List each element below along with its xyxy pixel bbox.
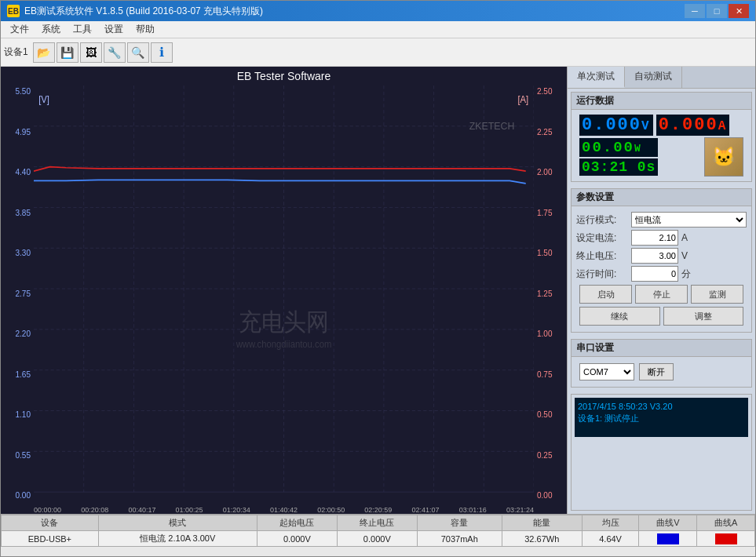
curve-v-color bbox=[657, 533, 679, 544]
end-voltage-input[interactable] bbox=[631, 248, 678, 264]
cell-end-v: 0.000V bbox=[337, 531, 417, 547]
monitor-button[interactable]: 监测 bbox=[691, 285, 743, 304]
current-unit: A bbox=[681, 232, 697, 243]
control-buttons-row1: 启动 停止 监测 bbox=[579, 285, 743, 304]
curve-a-color bbox=[715, 533, 737, 544]
cell-avg-v: 4.64V bbox=[582, 531, 639, 547]
current-label: 设定电流: bbox=[576, 231, 631, 245]
toolbar-open-button[interactable]: 📂 bbox=[33, 42, 55, 63]
svg-text:充电头网: 充电头网 bbox=[239, 308, 329, 335]
device-label: 设备1 bbox=[4, 46, 28, 59]
x-axis-labels: 00:00:00 00:20:08 00:40:17 01:00:25 01:2… bbox=[34, 506, 534, 514]
col-curve-v: 曲线V bbox=[639, 515, 697, 531]
power-time-row: 00.00W 03:21 0s 🐱 bbox=[579, 137, 743, 177]
toolbar-search-button[interactable]: 🔍 bbox=[127, 42, 149, 63]
power-display: 00.00W bbox=[579, 138, 658, 157]
com-section: 串口设置 COM7 断开 bbox=[571, 339, 752, 388]
cell-start-v: 0.000V bbox=[257, 531, 337, 547]
mode-row: 运行模式: 恒电流 bbox=[576, 212, 747, 228]
end-voltage-unit: V bbox=[681, 250, 697, 261]
cell-mode: 恒电流 2.10A 3.00V bbox=[98, 531, 257, 547]
run-data-content: 0.000V 0.000A 00.00W 03:21 0s 🐱 bbox=[572, 110, 751, 181]
adjust-button[interactable]: 调整 bbox=[663, 307, 744, 326]
menu-system[interactable]: 系统 bbox=[35, 21, 67, 38]
table-row: EBD-USB+ 恒电流 2.10A 3.00V 0.000V 0.000V 7… bbox=[2, 531, 755, 547]
app-icon: EB bbox=[7, 5, 20, 17]
run-time-label: 运行时间: bbox=[576, 268, 631, 281]
cell-curve-a bbox=[697, 531, 755, 547]
status-msg: 设备1: 测试停止 bbox=[578, 413, 639, 423]
close-button[interactable]: ✕ bbox=[729, 4, 749, 18]
current-display: 0.000A bbox=[656, 115, 730, 136]
bottom-table: 设备 模式 起始电压 终止电压 容量 能量 均压 曲线V 曲线A EBD-USB… bbox=[1, 514, 755, 556]
status-date-line: 2017/4/15 8:50:23 V3.20 bbox=[578, 401, 745, 413]
col-energy: 能量 bbox=[502, 515, 582, 531]
end-voltage-row: 终止电压: V bbox=[576, 248, 747, 264]
toolbar-save-button[interactable]: 💾 bbox=[57, 42, 79, 63]
chart-title: EB Tester Software bbox=[1, 67, 567, 86]
panel-tabs: 单次测试 自动测试 bbox=[568, 67, 755, 89]
menu-bar: 文件 系统 工具 设置 帮助 bbox=[1, 21, 755, 38]
chart-area: EB Tester Software 5.50 4.95 4.40 3.85 3… bbox=[1, 67, 567, 514]
toolbar: 设备1 📂 💾 🖼 🔧 🔍 ℹ bbox=[1, 38, 755, 67]
run-time-input[interactable] bbox=[631, 266, 678, 282]
svg-text:[V]: [V] bbox=[38, 94, 49, 105]
chart-svg: 充电头网 www.chongdiiantou.com ZKETECH [V] [… bbox=[34, 86, 534, 514]
params-title: 参数设置 bbox=[572, 189, 751, 206]
col-end-v: 终止电压 bbox=[337, 515, 417, 531]
chart-full: 5.50 4.95 4.40 3.85 3.30 2.75 2.20 1.65 … bbox=[1, 86, 567, 514]
run-data-title: 运行数据 bbox=[572, 93, 751, 110]
svg-text:ZKETECH: ZKETECH bbox=[469, 119, 515, 132]
col-curve-a: 曲线A bbox=[697, 515, 755, 531]
params-section: 参数设置 运行模式: 恒电流 设定电流: A 终止电压: bbox=[571, 188, 752, 333]
control-buttons-row2: 继续 调整 bbox=[579, 307, 743, 326]
y-axis-left: 5.50 4.95 4.40 3.85 3.30 2.75 2.20 1.65 … bbox=[1, 86, 34, 514]
status-section: 2017/4/15 8:50:23 V3.20 设备1: 测试停止 bbox=[571, 394, 752, 511]
cell-device: EBD-USB+ bbox=[2, 531, 99, 547]
mode-select[interactable]: 恒电流 bbox=[631, 212, 747, 228]
menu-help[interactable]: 帮助 bbox=[130, 21, 161, 38]
com-title: 串口设置 bbox=[572, 340, 751, 357]
main-window: EB EB测试系统软件 V1.8.5 (Build 2016-03-07 充电头… bbox=[0, 0, 756, 557]
minimize-button[interactable]: ─ bbox=[685, 4, 705, 18]
status-msg-line: 设备1: 测试停止 bbox=[578, 413, 745, 424]
data-table: 设备 模式 起始电压 终止电压 容量 能量 均压 曲线V 曲线A EBD-USB… bbox=[1, 515, 755, 547]
volt-amp-row: 0.000V 0.000A bbox=[579, 115, 743, 136]
toolbar-config-button[interactable]: 🔧 bbox=[104, 42, 126, 63]
status-log: 2017/4/15 8:50:23 V3.20 设备1: 测试停止 bbox=[575, 398, 748, 437]
menu-file[interactable]: 文件 bbox=[4, 21, 35, 38]
window-title: EB测试系统软件 V1.8.5 (Build 2016-03-07 充电头特别版… bbox=[24, 5, 263, 18]
end-voltage-label: 终止电压: bbox=[576, 249, 631, 263]
menu-settings[interactable]: 设置 bbox=[98, 21, 130, 38]
status-date: 2017/4/15 8:50:23 V3.20 bbox=[578, 402, 673, 411]
voltage-display: 0.000V bbox=[579, 115, 653, 136]
tab-single-test[interactable]: 单次测试 bbox=[568, 67, 625, 88]
col-device: 设备 bbox=[2, 515, 99, 531]
mode-label: 运行模式: bbox=[576, 213, 631, 227]
com-select[interactable]: COM7 bbox=[579, 363, 634, 380]
cell-curve-v bbox=[639, 531, 697, 547]
toolbar-image-button[interactable]: 🖼 bbox=[80, 42, 102, 63]
menu-tools[interactable]: 工具 bbox=[67, 21, 98, 38]
main-content: EB Tester Software 5.50 4.95 4.40 3.85 3… bbox=[1, 67, 755, 514]
title-bar: EB EB测试系统软件 V1.8.5 (Build 2016-03-07 充电头… bbox=[1, 1, 755, 21]
com-content: COM7 断开 bbox=[572, 357, 751, 387]
toolbar-info-button[interactable]: ℹ bbox=[151, 42, 173, 63]
stop-button[interactable]: 停止 bbox=[635, 285, 688, 304]
cell-capacity: 7037mAh bbox=[417, 531, 502, 547]
maximize-button[interactable]: □ bbox=[707, 4, 727, 18]
device-thumbnail: 🐱 bbox=[704, 137, 743, 177]
com-row: COM7 断开 bbox=[579, 363, 743, 380]
run-data-section: 运行数据 0.000V 0.000A 00.00W 03:21 0s 🐱 bbox=[571, 92, 752, 182]
time-display: 03:21 0s bbox=[579, 158, 658, 176]
tab-auto-test[interactable]: 自动测试 bbox=[625, 67, 682, 88]
params-content: 运行模式: 恒电流 设定电流: A 终止电压: V bbox=[572, 206, 751, 332]
current-input[interactable] bbox=[631, 230, 678, 246]
cell-energy: 32.67Wh bbox=[502, 531, 582, 547]
right-panel: 单次测试 自动测试 运行数据 0.000V 0.000A 00.00W bbox=[567, 67, 755, 514]
run-time-row: 运行时间: 分 bbox=[576, 266, 747, 282]
com-disconnect-button[interactable]: 断开 bbox=[639, 363, 674, 380]
start-button[interactable]: 启动 bbox=[579, 285, 632, 304]
continue-button[interactable]: 继续 bbox=[579, 307, 660, 326]
window-controls: ─ □ ✕ bbox=[685, 4, 749, 18]
